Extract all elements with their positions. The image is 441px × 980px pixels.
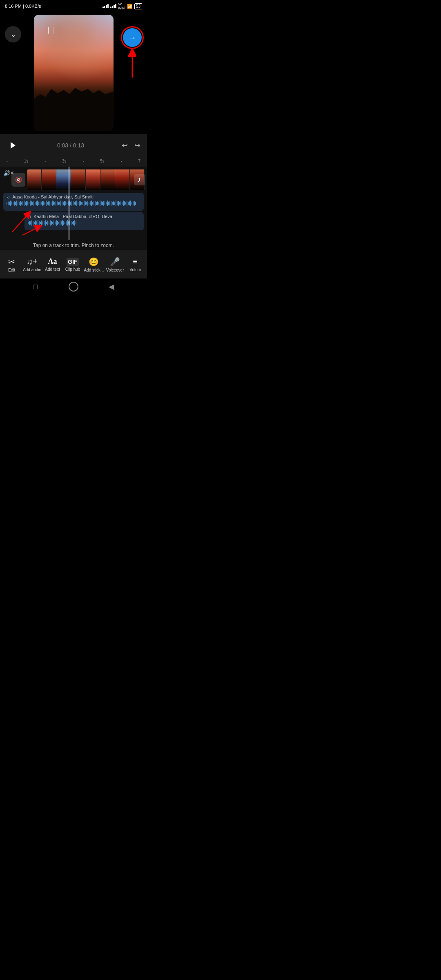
status-time: 8:16 PM | 0.0KB/s [5,4,41,9]
playhead-line [69,167,69,240]
ruler-dot-1: • [7,159,8,163]
status-right: VoWiFi 📶 53 [102,2,142,10]
scissors-icon: ✂ [8,257,15,267]
redo-button[interactable]: ↪ [134,141,140,150]
mute-icon: 🔇 [15,176,22,183]
play-button[interactable] [7,139,20,152]
hint-text: Tap on a track to trim. Pinch to zoom. [0,240,147,250]
navigation-bar: □ ◀ [0,278,147,295]
circle-icon [69,282,78,292]
arrow-right-icon: → [128,33,136,42]
video-preview-area: ⌄ ▏│ → [0,11,147,134]
add-sticker-label: Add stick... [84,268,104,272]
sticker-icon: 😊 [89,257,99,267]
add-text-icon: Aa [48,257,57,266]
share-icon: ⮭ [137,177,142,183]
video-sky [34,15,114,90]
thumb-6 [100,169,115,190]
chevron-down-icon: ⌄ [11,31,16,38]
music-icon-1: ♫ [7,194,10,199]
edit-label: Edit [8,268,15,272]
audio-track-2-label: ♫ Kaathu Mela - Paal Dabba, ofRO, Deva [28,214,140,219]
volume-label: Volum [129,267,141,272]
mic-icon: 🎤 [110,257,120,267]
audio-track-2-name: Kaathu Mela - Paal Dabba, ofRO, Deva [33,214,112,219]
audio-track-1[interactable]: ♫ Aasa Kooda - Sai Abhyankkar, Sai Smrit… [3,193,144,211]
square-icon: □ [33,283,38,291]
toolbar-edit[interactable]: ✂ Edit [3,257,21,272]
ruler-marks: • 1s • 3s • 5s • 7 [7,159,140,163]
ruler-label-3s: 3s [62,159,67,163]
signal-icon [102,4,109,8]
ruler-dot-2: • [45,159,46,163]
add-text-label: Add text [45,267,60,272]
toolbar-volume[interactable]: ≡ Volum [126,257,144,272]
toolbar-add-audio[interactable]: ♫+ Add audio [23,257,41,272]
hint-message: Tap on a track to trim. Pinch to zoom. [33,243,114,248]
add-audio-label: Add audio [23,267,41,272]
ruler-label-1s: 1s [24,159,29,163]
next-button-border-annotation: → [121,26,144,49]
thumb-1 [27,169,42,190]
toolbar-add-text[interactable]: Aa Add text [44,257,62,272]
mute-x-icon: ✕ [10,170,14,176]
add-audio-icon: ♫+ [27,257,38,266]
timeline-area: 🔊 ✕ 🔇 ⮭ ♫ [0,167,147,240]
back-button[interactable]: ⌄ [5,26,21,42]
ruler-dot-4: • [121,159,122,163]
ruler-label-7: 7 [138,159,140,163]
waveform-2 [28,220,140,226]
clip-hub-icon: GIF [67,258,78,266]
audio-track-2[interactable]: ♫ Kaathu Mela - Paal Dabba, ofRO, Deva [24,212,144,230]
volume-bars-icon: ≡ [133,257,138,266]
undo-button[interactable]: ↩ [122,141,128,150]
thumb-2 [42,169,56,190]
play-icon [11,142,16,149]
toolbar-voiceover[interactable]: 🎤 Voiceover [106,257,124,272]
waveform-1 [7,200,140,207]
wifi-icon: 📶 [127,4,133,9]
timeline-ruler: • 1s • 3s • 5s • 7 [0,155,147,167]
battery-indicator: 53 [134,3,142,9]
thumb-4 [71,169,86,190]
ruler-label-5s: 5s [100,159,105,163]
back-nav-icon: ◀ [109,282,114,291]
thumb-7 [115,169,130,190]
toolbar-add-sticker[interactable]: 😊 Add stick... [84,257,104,272]
nav-square-button[interactable]: □ [30,281,41,292]
voiceover-label: Voiceover [106,268,124,272]
next-button[interactable]: → [123,28,142,47]
nav-back-button[interactable]: ◀ [106,281,117,292]
volume-mute-area: 🔊 ✕ [3,170,14,176]
status-bar: 8:16 PM | 0.0KB/s VoWiFi 📶 53 [0,0,147,11]
wifi-label: VoWiFi [118,2,125,10]
signal-icon-2 [110,4,116,8]
video-frame: ▏│ [34,15,114,131]
audio-track-1-label: ♫ Aasa Kooda - Sai Abhyankkar, Sai Smrit… [7,194,140,199]
red-arrow-annotation-top [128,49,136,78]
next-button-container: → [121,26,144,49]
clip-hub-label: Clip hub [65,267,80,272]
music-icon-2: ♫ [28,214,31,219]
volume-icon[interactable]: 🔊 [3,170,10,176]
video-track-row[interactable]: 🔇 ⮭ [0,168,147,191]
thumb-5 [86,169,100,190]
playback-controls: 0:03 / 0:13 ↩ ↪ [0,134,147,155]
undo-redo-controls: ↩ ↪ [122,141,140,150]
bottom-toolbar: ✂ Edit ♫+ Add audio Aa Add text GIF Clip… [0,250,147,278]
video-thumbnail-strip[interactable]: ⮭ [27,169,147,190]
nav-home-button[interactable] [68,281,79,292]
export-button[interactable]: ⮭ [134,174,145,185]
playhead-indicator: ▏│ [48,27,56,33]
ruler-dot-3: • [82,159,84,163]
audio-track-1-name: Aasa Kooda - Sai Abhyankkar, Sai Smriti [12,194,94,199]
toolbar-clip-hub[interactable]: GIF Clip hub [64,258,82,272]
time-display: 0:03 / 0:13 [20,142,122,149]
